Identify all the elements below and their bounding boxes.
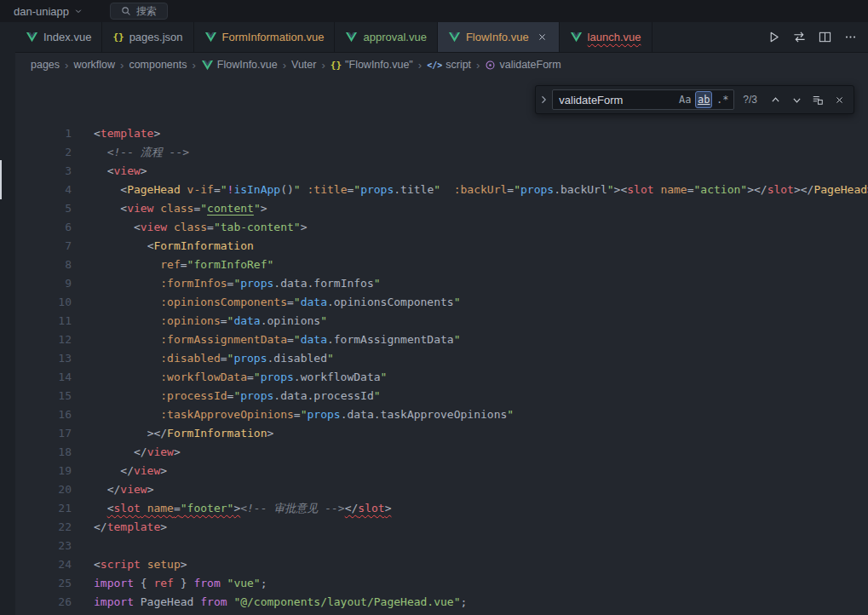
tab-launch.vue[interactable]: launch.vue xyxy=(560,22,652,52)
code-line[interactable]: 14 :workflowData="props.workflowData" xyxy=(15,368,868,387)
code-line[interactable]: 16 :taskApproveOpinions="props.data.task… xyxy=(15,405,868,424)
open-changes-button[interactable] xyxy=(790,28,808,47)
editor-group: Index.vue{}pages.jsonFormInformation.vue… xyxy=(15,22,868,615)
vue-icon xyxy=(448,31,461,43)
code-line[interactable]: 10 :opinionsComponents="data.opinionsCom… xyxy=(15,293,868,312)
code-line[interactable]: 2 <!-- 流程 --> xyxy=(15,143,868,162)
line-number: 5 xyxy=(15,199,72,218)
code-line[interactable]: 22</template> xyxy=(15,518,868,537)
workspace-menu[interactable]: dan-uniapp xyxy=(9,3,88,20)
run-button[interactable] xyxy=(764,28,783,47)
breadcrumb-label: "FlowInfo.vue" xyxy=(345,59,413,71)
symbol-script-icon: </> xyxy=(427,60,442,70)
code-line[interactable]: 15 :processId="props.data.processId" xyxy=(15,387,868,405)
breadcrumb-item-pages[interactable]: pages xyxy=(29,59,61,71)
find-input[interactable] xyxy=(559,94,675,106)
title-bar: dan-uniapp 搜索 xyxy=(0,0,868,22)
line-number: 25 xyxy=(15,574,72,593)
toggle-replace-button[interactable] xyxy=(537,86,549,113)
code-line[interactable]: 4 <PageHead v-if="!isInApp()" :title="pr… xyxy=(15,181,868,199)
find-in-selection-button[interactable] xyxy=(808,90,827,109)
code-line[interactable]: 7 <FormInformation xyxy=(15,237,868,256)
find-in-selection-icon xyxy=(812,94,824,106)
code-line[interactable]: 19 </view> xyxy=(15,462,868,480)
line-number: 20 xyxy=(15,480,72,499)
tab-bar: Index.vue{}pages.jsonFormInformation.vue… xyxy=(15,22,868,53)
breadcrumb-item-validateForm[interactable]: validateForm xyxy=(483,59,562,71)
find-match-count: ?/3 xyxy=(743,94,757,106)
code-line[interactable]: 26import PageHead from "@/components/lay… xyxy=(15,593,868,612)
code-line[interactable]: 9 :formInfos="props.data.formInfos" xyxy=(15,274,868,293)
code-line[interactable]: 17 ></FormInformation> xyxy=(15,424,868,443)
breadcrumb-item-script[interactable]: </>script xyxy=(425,59,473,71)
chevron-up-icon xyxy=(770,95,781,106)
vue-icon xyxy=(204,31,217,43)
line-number: 11 xyxy=(15,312,72,330)
code-line[interactable]: 25import { ref } from "vue"; xyxy=(15,574,868,593)
tab-approval.vue[interactable]: approval.vue xyxy=(335,22,437,52)
workspace-name: dan-uniapp xyxy=(14,5,69,18)
line-number: 12 xyxy=(15,330,72,349)
more-actions-button[interactable] xyxy=(841,28,859,47)
code-line[interactable]: 12 :formAssignmentData="data.formAssignm… xyxy=(15,330,868,349)
match-case-toggle[interactable]: Aa xyxy=(676,91,693,108)
line-number: 22 xyxy=(15,518,72,537)
line-number: 2 xyxy=(15,143,72,162)
code-line[interactable]: 3 <view> xyxy=(15,162,868,181)
whole-word-toggle[interactable]: ab xyxy=(695,91,712,108)
code-line[interactable]: 20 </view> xyxy=(15,480,868,499)
line-number: 17 xyxy=(15,424,72,443)
line-number: 19 xyxy=(15,462,72,480)
regex-toggle[interactable]: .* xyxy=(714,91,731,108)
code-line[interactable]: 21 <slot name="footer"><!-- 审批意见 --></sl… xyxy=(15,499,868,518)
line-number: 13 xyxy=(15,349,72,368)
code-line[interactable]: 6 <view class="tab-content"> xyxy=(15,218,868,237)
line-number: 4 xyxy=(15,181,72,199)
code-line[interactable]: 8 ref="formInfoRef" xyxy=(15,256,868,274)
code-line[interactable]: 23 xyxy=(15,537,868,555)
code-line[interactable]: 18 </view> xyxy=(15,443,868,462)
breadcrumb-item-workflow[interactable]: workflow xyxy=(72,59,117,71)
line-number: 6 xyxy=(15,218,72,237)
vue-icon xyxy=(201,59,214,72)
tab-FlowInfo.vue[interactable]: FlowInfo.vue xyxy=(438,22,560,52)
tab-Index.vue[interactable]: Index.vue xyxy=(15,22,102,52)
line-number: 21 xyxy=(15,499,72,518)
split-editor-button[interactable] xyxy=(815,28,834,47)
close-find-button[interactable] xyxy=(830,90,848,109)
next-match-button[interactable] xyxy=(787,90,806,109)
breadcrumb-label: Vuter xyxy=(291,59,316,71)
tab-label: FormInformation.vue xyxy=(222,31,325,43)
code-line[interactable]: 13 :disabled="props.disabled" xyxy=(15,349,868,368)
tab-FormInformation.vue[interactable]: FormInformation.vue xyxy=(194,22,336,52)
search-label: 搜索 xyxy=(136,4,157,19)
line-number: 14 xyxy=(15,368,72,387)
breadcrumb-item-components[interactable]: components xyxy=(127,59,188,71)
search-icon xyxy=(121,6,131,16)
tab-label: launch.vue xyxy=(588,31,641,43)
activity-bar-indicator xyxy=(0,160,2,199)
tab-pages.json[interactable]: {}pages.json xyxy=(102,22,193,52)
main-area: Index.vue{}pages.jsonFormInformation.vue… xyxy=(0,22,868,615)
activity-bar-strip xyxy=(0,22,15,615)
code-line[interactable]: 24<script setup> xyxy=(15,555,868,574)
code-line[interactable]: 1<template> xyxy=(15,124,868,143)
breadcrumb-item-Vuter[interactable]: Vuter xyxy=(290,59,318,71)
breadcrumb-item-FlowInfo.vue[interactable]: FlowInfo.vue xyxy=(199,59,279,72)
line-number: 3 xyxy=(15,162,72,181)
editor-actions xyxy=(756,22,868,52)
breadcrumb-label: pages xyxy=(31,59,60,71)
editor[interactable]: Aaab.* ?/3 1<template>2 <!-- 流程 -->3 <vi… xyxy=(15,77,868,615)
global-search-box[interactable]: 搜索 xyxy=(110,3,168,20)
code-line[interactable]: 5 <view class="content"> xyxy=(15,199,868,218)
breadcrumb-item-FlowInfo.vue[interactable]: {}"FlowInfo.vue" xyxy=(329,59,415,71)
breadcrumb: pages›workflow›components›FlowInfo.vue›V… xyxy=(15,53,868,77)
breadcrumb-separator: › xyxy=(192,59,195,72)
close-tab-icon[interactable] xyxy=(536,31,549,43)
chevron-down-icon xyxy=(791,95,802,106)
breadcrumb-separator: › xyxy=(283,59,286,72)
previous-match-button[interactable] xyxy=(766,90,785,109)
code-line[interactable]: 11 :opinions="data.opinions" xyxy=(15,312,868,330)
code-area: 1<template>2 <!-- 流程 -->3 <view>4 <PageH… xyxy=(15,77,868,612)
line-number: 26 xyxy=(15,593,72,612)
